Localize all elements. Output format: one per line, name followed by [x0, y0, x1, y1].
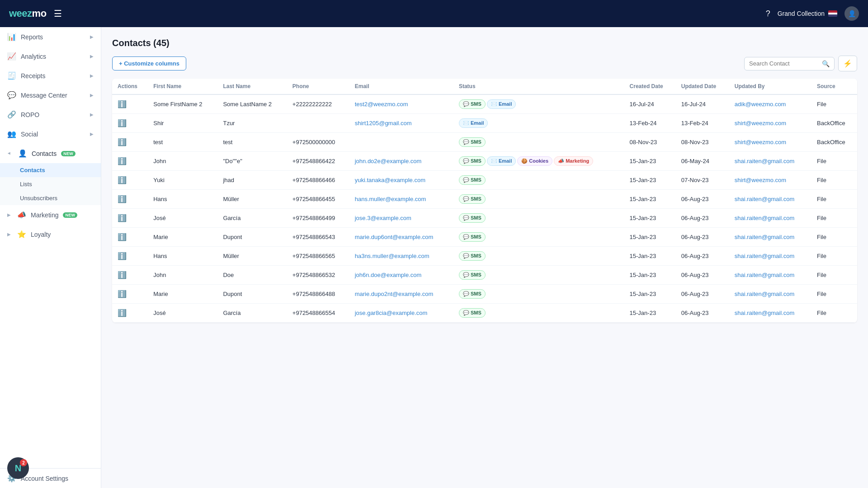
email-link[interactable]: jose.3@example.com — [355, 215, 411, 221]
info-icon[interactable]: ℹ️ — [118, 176, 127, 184]
chevron-right-icon: ▶ — [90, 54, 94, 59]
info-icon[interactable]: ℹ️ — [118, 233, 127, 241]
td-actions: ℹ️ — [112, 114, 148, 133]
info-icon[interactable]: ℹ️ — [118, 252, 127, 260]
email-link[interactable]: shirt1205@gmail.com — [355, 120, 412, 127]
td-phone: +22222222222 — [287, 94, 349, 114]
sidebar-item-analytics[interactable]: 📈 Analytics ▶ — [0, 47, 101, 66]
table-row: ℹ️MarieDupont+972548866543marie.dup6ont@… — [112, 228, 857, 247]
td-first-name: John — [148, 152, 217, 171]
sidebar-item-message-center[interactable]: 💬 Message Center ▶ — [0, 85, 101, 105]
td-actions: ℹ️ — [112, 266, 148, 285]
td-phone: +972500000000 — [287, 133, 349, 152]
customize-columns-button[interactable]: + Customize columns — [112, 56, 186, 70]
td-source: File — [811, 152, 857, 171]
td-created-date: 15-Jan-23 — [624, 152, 676, 171]
td-updated-by: shai.raiten@gmail.com — [729, 304, 811, 323]
org-selector[interactable]: Grand Collection — [778, 10, 837, 17]
sidebar-sub-item-contacts[interactable]: Contacts — [0, 163, 101, 177]
sidebar-item-marketing[interactable]: ▶ 📣 Marketing NEW — [0, 205, 101, 225]
td-status: 💬 SMS — [453, 304, 624, 323]
col-status: Status — [453, 79, 624, 94]
info-icon[interactable]: ℹ️ — [118, 100, 127, 108]
navbar-left: weezmo ☰ — [9, 8, 62, 19]
td-actions: ℹ️ — [112, 133, 148, 152]
table-row: ℹ️John"Do""e"+972548866422john.do2e@exam… — [112, 152, 857, 171]
sub-item-label: Lists — [20, 181, 32, 188]
td-first-name: test — [148, 133, 217, 152]
sidebar-item-receipts[interactable]: 🧾 Receipts ▶ — [0, 66, 101, 85]
td-source: File — [811, 285, 857, 304]
td-email — [349, 133, 453, 152]
td-actions: ℹ️ — [112, 171, 148, 190]
td-phone: +972548866543 — [287, 228, 349, 247]
td-created-date: 15-Jan-23 — [624, 228, 676, 247]
sidebar-item-contacts[interactable]: ▼ 👤 Contacts NEW — [0, 144, 101, 163]
info-icon[interactable]: ℹ️ — [118, 195, 127, 203]
td-updated-by: shai.raiten@gmail.com — [729, 247, 811, 266]
notification-widget[interactable]: N 2 — [7, 457, 29, 479]
sidebar-item-label: Social — [21, 131, 38, 138]
td-created-date: 08-Nov-23 — [624, 133, 676, 152]
td-created-date: 15-Jan-23 — [624, 304, 676, 323]
td-updated-date: 06-Aug-23 — [676, 247, 729, 266]
marketing-icon: 📣 — [17, 211, 26, 219]
email-link[interactable]: ha3ns.muller@example.com — [355, 253, 429, 259]
td-source: File — [811, 171, 857, 190]
info-icon[interactable]: ℹ️ — [118, 119, 127, 127]
info-icon[interactable]: ℹ️ — [118, 157, 127, 165]
email-link[interactable]: jose.gar8cia@example.com — [355, 310, 428, 316]
td-last-name: test — [217, 133, 287, 152]
filter-button[interactable]: ⚡ — [838, 56, 857, 71]
sidebar-item-label: Marketing — [31, 211, 58, 219]
table-row: ℹ️HansMüller+972548866565ha3ns.muller@ex… — [112, 247, 857, 266]
email-link[interactable]: joh6n.doe@example.com — [355, 272, 422, 278]
search-input-wrapper: 🔍 — [744, 57, 835, 70]
td-status: 💬 SMS — [453, 266, 624, 285]
page-header: Contacts (45) — [112, 38, 857, 48]
status-badge-sms: 💬 SMS — [459, 251, 486, 261]
info-icon[interactable]: ℹ️ — [118, 214, 127, 222]
help-icon[interactable]: ? — [766, 9, 770, 19]
td-first-name: José — [148, 304, 217, 323]
email-link[interactable]: yuki.tanaka@example.com — [355, 177, 425, 183]
info-icon[interactable]: ℹ️ — [118, 290, 127, 298]
td-first-name: Hans — [148, 190, 217, 209]
info-icon[interactable]: ℹ️ — [118, 309, 127, 317]
td-created-date: 15-Jan-23 — [624, 285, 676, 304]
td-last-name: jhad — [217, 171, 287, 190]
email-link[interactable]: john.do2e@example.com — [355, 158, 422, 164]
email-link[interactable]: marie.dup6ont@example.com — [355, 234, 434, 240]
sidebar-item-ropo[interactable]: 🔗 ROPO ▶ — [0, 105, 101, 124]
search-icon[interactable]: 🔍 — [822, 60, 830, 67]
loyalty-icon: ⭐ — [17, 230, 26, 239]
user-avatar[interactable]: 👤 — [844, 6, 859, 21]
td-email: ha3ns.muller@example.com — [349, 247, 453, 266]
td-updated-date: 13-Feb-24 — [676, 114, 729, 133]
sidebar-item-loyalty[interactable]: ▶ ⭐ Loyalty — [0, 225, 101, 244]
sidebar-sub-item-unsubscribers[interactable]: Unsubscribers — [0, 191, 101, 205]
td-updated-date: 16-Jul-24 — [676, 94, 729, 114]
hamburger-menu[interactable]: ☰ — [54, 8, 62, 19]
email-link[interactable]: hans.muller@example.com — [355, 196, 426, 202]
col-updated-date: Updated Date — [676, 79, 729, 94]
sidebar-sub-item-lists[interactable]: Lists — [0, 177, 101, 191]
email-link[interactable]: marie.dupo2nt@example.com — [355, 291, 434, 297]
search-input[interactable] — [749, 60, 819, 67]
td-updated-by: adik@weezmo.com — [729, 94, 811, 114]
email-link[interactable]: test2@weezmo.com — [355, 101, 408, 108]
info-icon[interactable]: ℹ️ — [118, 138, 127, 146]
td-last-name: García — [217, 209, 287, 228]
main-content: Contacts (45) + Customize columns 🔍 ⚡ Ac… — [101, 27, 868, 488]
status-badge-sms: 💬 SMS — [459, 99, 486, 109]
info-icon[interactable]: ℹ️ — [118, 271, 127, 279]
td-first-name: Hans — [148, 247, 217, 266]
td-email: hans.muller@example.com — [349, 190, 453, 209]
sidebar-item-social[interactable]: 👥 Social ▶ — [0, 124, 101, 144]
sidebar-item-label: Contacts — [32, 150, 57, 157]
sidebar-item-reports[interactable]: 📊 Reports ▶ — [0, 27, 101, 47]
td-updated-date: 06-May-24 — [676, 152, 729, 171]
navbar-right: ? Grand Collection 👤 — [766, 6, 859, 21]
td-last-name: García — [217, 304, 287, 323]
chevron-right-icon: ▶ — [90, 93, 94, 98]
